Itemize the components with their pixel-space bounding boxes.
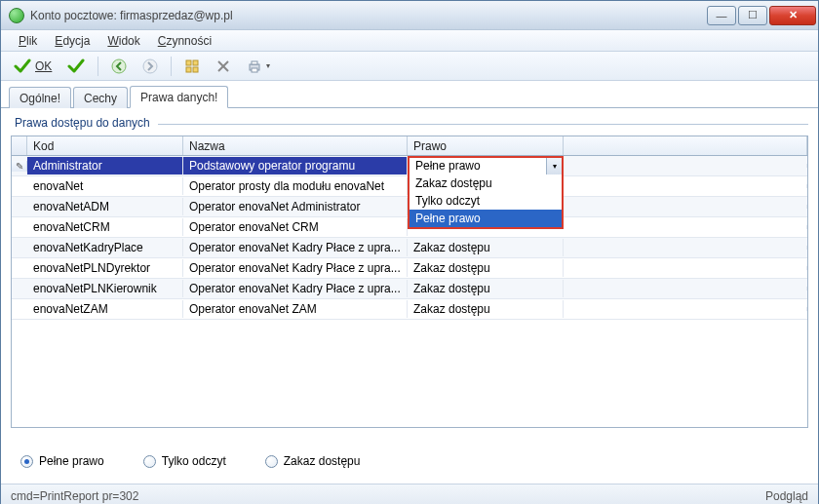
- cell-kod[interactable]: enovaNetKadryPlace: [27, 239, 183, 256]
- menu-edycja[interactable]: Edycja: [47, 32, 98, 50]
- tool-button-1[interactable]: [179, 56, 205, 77]
- forward-button[interactable]: [137, 56, 163, 77]
- titlebar: Konto pocztowe: firmasprzedaz@wp.pl — ☐ …: [1, 1, 818, 30]
- back-button[interactable]: [106, 56, 132, 77]
- menubar: Plik Edycja Widok Czynności: [1, 30, 818, 52]
- svg-rect-7: [252, 61, 257, 64]
- dropdown-list: Zakaz dostępu Tylko odczyt Pełne prawo: [408, 174, 564, 229]
- cell-nazwa[interactable]: Operator enovaNet Kadry Płace z upra...: [183, 280, 408, 297]
- menu-plik[interactable]: Plik: [11, 32, 45, 50]
- minimize-button[interactable]: —: [707, 6, 736, 25]
- cell-nazwa[interactable]: Operator enovaNet Kadry Płace z upra...: [183, 239, 408, 256]
- radio-icon: [265, 455, 278, 468]
- ok-button[interactable]: OK: [9, 55, 57, 78]
- chevron-down-icon: ▾: [266, 61, 270, 70]
- cell-fill: [564, 287, 807, 291]
- toolbar: OK ▾: [1, 52, 818, 81]
- toolbar-separator: [98, 57, 98, 76]
- cell-nazwa[interactable]: Operator enovaNet Administrator: [183, 198, 408, 215]
- tab-ogolne[interactable]: Ogólne!: [9, 87, 71, 108]
- radio-tylko-odczyt[interactable]: Tylko odczyt: [143, 454, 226, 468]
- cell-fill: [564, 246, 807, 250]
- toolbar-separator: [171, 57, 172, 76]
- svg-rect-5: [193, 67, 198, 72]
- cell-fill: [564, 266, 807, 270]
- content-pane: Prawa dostępu do danych Kod Nazwa Prawo …: [1, 108, 818, 439]
- cell-kod[interactable]: enovaNetZAM: [27, 300, 183, 318]
- window-controls: — ☐ ✕: [707, 6, 816, 25]
- check-icon: [14, 58, 31, 75]
- cell-prawo[interactable]: Zakaz dostępu: [408, 259, 564, 277]
- col-kod[interactable]: Kod: [27, 136, 183, 155]
- edit-pencil-icon: ✎: [16, 161, 23, 172]
- data-grid[interactable]: Kod Nazwa Prawo ✎ Administrator Podstawo…: [11, 136, 808, 428]
- maximize-button[interactable]: ☐: [738, 6, 767, 25]
- app-icon: [9, 8, 24, 23]
- radio-icon: [20, 455, 33, 468]
- radio-zakaz-dostepu[interactable]: Zakaz dostępu: [265, 454, 361, 468]
- svg-point-0: [112, 59, 126, 73]
- col-prawo[interactable]: Prawo: [408, 136, 564, 155]
- table-row[interactable]: enovaNetKadryPlace Operator enovaNet Kad…: [12, 238, 807, 258]
- cell-nazwa[interactable]: Podstawowy operator programu: [183, 157, 408, 174]
- status-left: cmd=PrintReport pr=302: [11, 489, 138, 503]
- menu-czynnosci[interactable]: Czynności: [150, 32, 219, 50]
- status-right: Podgląd: [765, 489, 808, 503]
- col-fill: [564, 136, 807, 155]
- col-nazwa[interactable]: Nazwa: [183, 136, 408, 155]
- cell-prawo[interactable]: Zakaz dostępu: [408, 280, 564, 297]
- row-handle: ✎: [12, 161, 27, 172]
- menu-widok[interactable]: Widok: [99, 32, 147, 50]
- cell-nazwa[interactable]: Operator enovaNet Kadry Płace z upra...: [183, 259, 408, 277]
- radio-pelne-prawo[interactable]: Pełne prawo: [20, 454, 104, 468]
- cell-fill: [564, 184, 807, 188]
- accept-button[interactable]: [62, 55, 90, 78]
- table-row[interactable]: enovaNetZAM Operator enovaNet ZAM Zakaz …: [12, 299, 807, 320]
- dropdown-option[interactable]: Pełne prawo: [410, 210, 562, 227]
- cell-kod[interactable]: enovaNet: [27, 177, 183, 195]
- table-row[interactable]: ✎ Administrator Podstawowy operator prog…: [12, 156, 807, 176]
- print-button[interactable]: ▾: [242, 56, 275, 77]
- dropdown-toggle[interactable]: ▾: [546, 158, 562, 174]
- cell-kod[interactable]: enovaNetCRM: [27, 218, 183, 236]
- filter-radiobar: Pełne prawo Tylko odczyt Zakaz dostępu: [1, 439, 818, 484]
- status-bar: cmd=PrintReport pr=302 Podgląd: [1, 484, 818, 504]
- cell-fill: [564, 307, 807, 311]
- cell-kod[interactable]: Administrator: [27, 157, 183, 174]
- settings-button[interactable]: [211, 56, 236, 77]
- radio-icon: [143, 455, 156, 468]
- table-row[interactable]: enovaNetPLNDyrektor Operator enovaNet Ka…: [12, 258, 807, 279]
- cell-nazwa[interactable]: Operator prosty dla modułu enovaNet: [183, 177, 408, 195]
- close-button[interactable]: ✕: [769, 6, 816, 25]
- cell-kod[interactable]: enovaNetADM: [27, 198, 183, 215]
- radio-label: Pełne prawo: [39, 454, 104, 468]
- cell-kod[interactable]: enovaNetPLNKierownik: [27, 280, 183, 297]
- tab-cechy[interactable]: Cechy: [73, 87, 128, 108]
- cell-prawo[interactable]: Zakaz dostępu: [408, 239, 564, 256]
- grid-header: Kod Nazwa Prawo: [12, 136, 807, 156]
- cell-nazwa[interactable]: Operator enovaNet CRM: [183, 218, 408, 236]
- dropdown-option[interactable]: Zakaz dostępu: [410, 174, 562, 192]
- svg-rect-4: [186, 67, 191, 72]
- svg-rect-2: [186, 60, 191, 65]
- svg-rect-3: [193, 60, 198, 65]
- radio-label: Zakaz dostępu: [284, 454, 361, 468]
- cell-nazwa[interactable]: Operator enovaNet ZAM: [183, 300, 408, 318]
- prawo-dropdown[interactable]: Pełne prawo ▾ Zakaz dostępu Tylko odczyt…: [408, 156, 564, 176]
- dropdown-option[interactable]: Tylko odczyt: [410, 192, 562, 210]
- table-row[interactable]: enovaNetPLNKierownik Operator enovaNet K…: [12, 279, 807, 299]
- svg-rect-8: [252, 68, 257, 72]
- ok-label: OK: [35, 59, 52, 73]
- group-label: Prawa dostępu do danych: [11, 116, 154, 130]
- cell-prawo[interactable]: Zakaz dostępu: [408, 300, 564, 318]
- window-title: Konto pocztowe: firmasprzedaz@wp.pl: [30, 9, 707, 22]
- tab-prawa-danych[interactable]: Prawa danych!: [130, 86, 228, 108]
- svg-point-1: [143, 59, 157, 73]
- chevron-down-icon: ▾: [553, 162, 557, 171]
- tab-strip: Ogólne! Cechy Prawa danych!: [1, 85, 818, 108]
- window: Konto pocztowe: firmasprzedaz@wp.pl — ☐ …: [0, 0, 819, 504]
- cell-fill: [564, 164, 807, 168]
- check-icon: [67, 58, 85, 75]
- cell-kod[interactable]: enovaNetPLNDyrektor: [27, 259, 183, 277]
- cell-fill: [564, 225, 807, 229]
